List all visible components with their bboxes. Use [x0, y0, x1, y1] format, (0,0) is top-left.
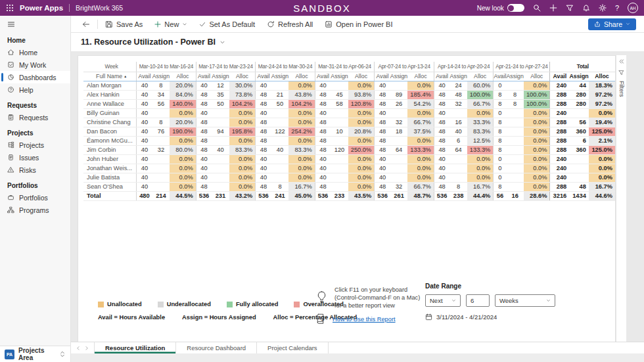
report-tab-project-calendars[interactable]: Project Calendars [257, 342, 329, 353]
alloc-cell: 104.2% [288, 99, 315, 108]
set-as-default-button[interactable]: Set As Default [193, 16, 261, 32]
alloc-cell: 18.3% [589, 81, 615, 90]
alloc-cell: 0.0% [589, 108, 615, 118]
subcol-header-assign[interactable]: Assign [212, 72, 229, 81]
week-group-header[interactable]: Total [550, 62, 615, 72]
subcol-header-assign[interactable]: Assign [152, 72, 170, 81]
filter-icon[interactable] [566, 4, 574, 12]
week-group-header[interactable]: Mar-10-24 to Mar-16-24 [137, 62, 196, 72]
subcol-header-alloc[interactable]: Alloc [348, 72, 375, 81]
week-group-header[interactable]: Mar-31-24 to Apr-06-24 [315, 62, 375, 72]
sidebar-item-risks[interactable]: Risks [0, 164, 70, 176]
sidebar-item-my-work[interactable]: My Work [0, 58, 70, 71]
assign-cell [331, 118, 348, 127]
tab-prev-icon[interactable] [76, 346, 81, 351]
alloc-cell: 0.0% [348, 81, 375, 90]
alloc-cell: 0.0% [288, 173, 315, 182]
subcol-header-avail[interactable]: Avail [137, 72, 152, 81]
sidebar-item-programs[interactable]: Programs [0, 204, 70, 216]
new-look-toggle[interactable] [507, 4, 524, 12]
assign-cell: 24 [449, 81, 467, 90]
app-name[interactable]: Power Apps [20, 4, 63, 12]
legend-item-underallocated: Underallocated [158, 301, 211, 307]
alloc-cell: 20.0% [170, 81, 196, 90]
subcol-header-alloc[interactable]: Alloc [229, 72, 256, 81]
area-switcher[interactable]: PA Projects Area [0, 346, 70, 362]
date-count-input[interactable]: 6 [466, 294, 490, 307]
subcol-header-avail[interactable]: Avail [315, 72, 331, 81]
subcol-header-alloc[interactable]: Alloc [524, 72, 550, 81]
notifications-icon[interactable] [582, 4, 590, 12]
subcol-header-avail[interactable]: Avail [550, 72, 569, 81]
sidebar-item-help[interactable]: Help [0, 83, 70, 96]
subcol-header-assign[interactable]: Assign [271, 72, 288, 81]
sidebar-nav: HomeHomeMy WorkDashboardsHelpRequestsReq… [0, 31, 70, 346]
alloc-cell: 195.8% [229, 127, 256, 136]
report-tab-resource-utilization[interactable]: Resource Utilization [94, 342, 176, 353]
table-row: Julie Batista400.0%400.0%400.0%400.0%400… [83, 173, 615, 182]
week-group-header[interactable]: Mar-24-24 to Mar-30-24 [256, 62, 315, 72]
avail-cell: 40 [137, 182, 152, 191]
avail-cell: 40 [196, 154, 212, 164]
subcol-header-avail[interactable]: Avail [494, 72, 507, 81]
back-button[interactable] [76, 16, 96, 32]
report-tabs: Resource UtilizationResource DashboardPr… [94, 342, 329, 353]
subcol-header-alloc[interactable]: Alloc [288, 72, 315, 81]
refresh-all-button[interactable]: Refresh All [261, 16, 319, 32]
week-group-header[interactable]: Apr-14-24 to Apr-20-24 [434, 62, 494, 72]
sidebar-item-projects[interactable]: Projects [0, 139, 70, 151]
sort-ascending-icon: ▲ [124, 74, 127, 78]
subcol-header-avail[interactable]: Avail [375, 72, 390, 81]
how-to-use-link[interactable]: How to Use this Report [333, 316, 396, 323]
open-in-power-bi-button[interactable]: Open in Power BI [319, 16, 398, 32]
subcol-header-assign[interactable]: Assign [390, 72, 407, 81]
new-button[interactable]: New [149, 16, 193, 32]
sidebar-item-dashboards[interactable]: Dashboards [0, 71, 70, 83]
sidebar-item-portfolios[interactable]: Portfolios [0, 191, 70, 204]
search-icon[interactable] [533, 4, 541, 12]
environment-name[interactable]: BrightWork 365 [76, 4, 123, 12]
date-preset-dropdown[interactable]: Next [425, 294, 461, 307]
subcol-header-alloc[interactable]: Alloc [589, 72, 615, 81]
week-group-header[interactable]: Apr-21-24 to Apr-27-24 [494, 62, 550, 72]
date-unit-dropdown[interactable]: Weeks [495, 294, 555, 307]
hamburger-menu[interactable] [0, 16, 70, 31]
subcol-header-alloc[interactable]: Alloc [170, 72, 196, 81]
subcol-header-assign[interactable]: Assign [569, 72, 589, 81]
risks-icon [7, 166, 14, 173]
sidebar-item-requests[interactable]: Requests [0, 111, 70, 124]
subcol-header-avail[interactable]: Avail [434, 72, 449, 81]
avatar[interactable]: AH [628, 3, 638, 13]
lightbulb-icon [315, 286, 329, 309]
subcol-header-alloc[interactable]: Alloc [467, 72, 494, 81]
subcol-header-assign[interactable]: Assign [331, 72, 348, 81]
tab-next-icon[interactable] [84, 346, 89, 351]
subcol-header-assign[interactable]: Assign [449, 72, 467, 81]
settings-gear-icon[interactable] [599, 4, 607, 12]
avail-cell: 48 [256, 136, 271, 145]
share-button[interactable]: Share [588, 18, 636, 30]
report-canvas: WeekMar-10-24 to Mar-16-24Mar-17-24 to M… [78, 55, 616, 342]
title-chevron-icon[interactable] [219, 39, 225, 45]
help-icon[interactable]: ? [615, 4, 619, 12]
alloc-cell: 0.0% [524, 118, 550, 127]
subcol-header-avail[interactable]: Avail [256, 72, 271, 81]
alloc-cell: 44.6% [589, 191, 615, 200]
subcol-header-alloc[interactable]: Alloc [407, 72, 434, 81]
subcol-header-assign[interactable]: Assign [506, 72, 523, 81]
waffle-icon[interactable] [6, 4, 14, 12]
week-group-header[interactable]: Mar-17-24 to Mar-23-24 [196, 62, 256, 72]
sidebar-item-issues[interactable]: Issues [0, 151, 70, 164]
alloc-cell: 80.0% [170, 145, 196, 154]
report-tab-resource-dashboard[interactable]: Resource Dashboard [176, 342, 257, 353]
create-icon[interactable] [549, 4, 557, 12]
save-as-button[interactable]: Save As [99, 16, 149, 32]
assign-cell [331, 136, 348, 145]
avail-cell: 40 [256, 173, 271, 182]
week-group-header[interactable]: Apr-07-24 to Apr-13-24 [375, 62, 434, 72]
filters-funnel-icon[interactable] [618, 70, 624, 76]
sidebar-item-home[interactable]: Home [0, 46, 70, 58]
subcol-header-avail[interactable]: Avail [196, 72, 212, 81]
expand-filters-icon[interactable] [618, 58, 624, 64]
full-name-header[interactable]: Full Name▲ [83, 72, 137, 81]
